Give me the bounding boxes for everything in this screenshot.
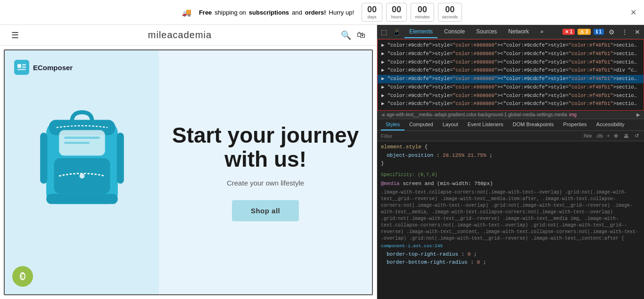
element-style-rule: element.style { object-position : 28.125… bbox=[381, 143, 640, 168]
countdown-minutes: 00 minutes bbox=[411, 3, 434, 22]
sub-tab-layout[interactable]: Layout bbox=[438, 119, 463, 130]
css-source-link[interactable]: component-i…ext.css:245 bbox=[381, 243, 443, 249]
media-query-rule: @media screen and (min-width: 750px) bbox=[381, 180, 640, 188]
search-icon[interactable]: 🔍 bbox=[341, 30, 351, 40]
countdown: 00 days 00 hours 00 minutes 00 seconds bbox=[362, 3, 462, 22]
tree-line[interactable]: ▶ "color:#9cdcfe">style="color:#808080">… bbox=[378, 100, 644, 108]
breadcrumb-bar: ◀ age-with-text__media--adapt.gradient.c… bbox=[377, 111, 644, 119]
backpack-image bbox=[14, 82, 149, 224]
cart-icon[interactable]: 🛍 bbox=[357, 30, 365, 40]
filter-input[interactable] bbox=[381, 133, 580, 139]
tree-line[interactable]: ▶ "color:#9cdcfe">style="color:#808080">… bbox=[378, 58, 644, 67]
banner-text: Free shipping on subscriptions and order… bbox=[199, 9, 354, 16]
devtools-topbar: ⬚ 📱 Elements Console Sources Network » ✕… bbox=[377, 25, 644, 39]
sub-tab-computed[interactable]: Computed bbox=[405, 119, 438, 130]
sub-tab-properties[interactable]: Properties bbox=[558, 119, 591, 130]
devtools-close-button[interactable]: ✕ bbox=[633, 27, 642, 37]
css-property-border-tr: border-top-right-radius : 0 ; bbox=[381, 251, 640, 259]
tree-line[interactable]: ▶ "color:#9cdcfe">style="color:#808080">… bbox=[378, 75, 644, 83]
tree-line[interactable]: ▶ "color:#9cdcfe">style="color:#808080">… bbox=[378, 41, 644, 50]
countdown-seconds: 00 seconds bbox=[438, 3, 462, 22]
html-tree: ▶ "color:#9cdcfe">style="color:#808080">… bbox=[377, 39, 644, 111]
top-banner: 🚚 Free shipping on subscriptions and ord… bbox=[0, 0, 644, 25]
sub-tab-accessibility[interactable]: Accessibility bbox=[592, 119, 629, 130]
sub-tab-styles[interactable]: Styles bbox=[381, 119, 405, 130]
hamburger-icon[interactable]: ☰ bbox=[11, 30, 19, 40]
specificity-info: Specificity: (0,7,0) bbox=[381, 171, 640, 179]
logo-icon bbox=[14, 60, 29, 75]
svg-rect-0 bbox=[17, 64, 21, 68]
error-badge: ✕ 1 bbox=[562, 29, 575, 35]
tree-line[interactable]: ▶ "color:#9cdcfe">style="color:#808080">… bbox=[378, 83, 644, 92]
info-badge: ℹ 1 bbox=[594, 29, 604, 35]
hero-right: Start your journey with us! Create your … bbox=[159, 50, 372, 294]
sub-tabs: StylesComputedLayoutEvent ListenersDOM B… bbox=[377, 119, 644, 131]
filter-options: :hov .cls + bbox=[583, 133, 610, 138]
hero-left: EComposer bbox=[5, 50, 159, 294]
svg-rect-1 bbox=[22, 64, 26, 65]
svg-text:S: S bbox=[20, 275, 23, 279]
hero-section: EComposer bbox=[4, 49, 373, 295]
svg-rect-3 bbox=[17, 69, 26, 70]
tree-line[interactable]: ▶ "color:#9cdcfe">style="color:#808080">… bbox=[378, 92, 644, 100]
store-title: mileacademia bbox=[148, 30, 212, 40]
warning-badge: ⚠ 3 bbox=[578, 29, 590, 35]
svg-rect-13 bbox=[64, 142, 90, 144]
devtools-device-button[interactable]: 📱 bbox=[391, 27, 403, 37]
ecomposer-logo: EComposer bbox=[14, 60, 73, 75]
svg-rect-12 bbox=[64, 137, 100, 138]
toggle-print-button[interactable]: 🖶 bbox=[622, 133, 630, 139]
svg-rect-11 bbox=[46, 194, 118, 204]
logo-text: EComposer bbox=[33, 64, 73, 72]
devtools-badges: ✕ 1 ⚠ 3 ℹ 1 ⚙ ⋮ ✕ bbox=[562, 27, 642, 37]
new-style-rule-button[interactable]: ⊕ bbox=[612, 132, 619, 139]
refresh-styles-button[interactable]: ↺ bbox=[633, 132, 640, 139]
countdown-days: 00 days bbox=[362, 3, 382, 22]
breadcrumb-arrow-right: ▶ bbox=[636, 112, 640, 117]
css-content: element.style { object-position : 28.125… bbox=[377, 141, 644, 299]
long-selector-rule: .image-with-text.collapse-corners:not(.i… bbox=[381, 189, 640, 267]
breadcrumb-arrow: ◀ bbox=[381, 112, 385, 117]
sub-tab-dom-breakpoints[interactable]: DOM Breakpoints bbox=[508, 119, 559, 130]
devtools-more-button[interactable]: ⋮ bbox=[619, 27, 630, 37]
preview-panel: ☰ mileacademia 🔍 🛍 bbox=[0, 25, 377, 299]
tree-line[interactable]: ▶ "color:#9cdcfe">style="color:#808080">… bbox=[378, 50, 644, 58]
tab-more[interactable]: » bbox=[536, 26, 548, 38]
shopify-icon: S bbox=[12, 266, 33, 287]
tree-line[interactable]: ▶ "color:#9cdcfe">style="color:#808080">… bbox=[378, 66, 644, 75]
shop-all-button[interactable]: Shop all bbox=[232, 200, 299, 221]
hero-subtitle: Create your own lifestyle bbox=[227, 179, 304, 187]
tab-network[interactable]: Network bbox=[504, 26, 534, 38]
shipping-icon: 🚚 bbox=[182, 8, 191, 17]
tab-console[interactable]: Console bbox=[439, 26, 470, 38]
devtools-panel: ⬚ 📱 Elements Console Sources Network » ✕… bbox=[377, 25, 644, 299]
filter-bar: :hov .cls + ⊕ 🖶 ↺ bbox=[377, 131, 644, 141]
svg-point-10 bbox=[79, 173, 84, 178]
breadcrumb-text: age-with-text__media--adapt.gradient.col… bbox=[387, 112, 567, 117]
breadcrumb-tag: img bbox=[569, 112, 577, 117]
close-banner-button[interactable]: ✕ bbox=[630, 8, 636, 17]
svg-rect-9 bbox=[116, 133, 124, 184]
devtools-settings-button[interactable]: ⚙ bbox=[607, 27, 617, 37]
sub-tab-event-listeners[interactable]: Event Listeners bbox=[463, 119, 508, 130]
svg-rect-8 bbox=[40, 133, 47, 184]
main-layout: ☰ mileacademia 🔍 🛍 bbox=[0, 25, 644, 299]
countdown-hours: 00 hours bbox=[386, 3, 407, 22]
tab-elements[interactable]: Elements bbox=[405, 26, 438, 38]
devtools-inspect-button[interactable]: ⬚ bbox=[379, 27, 389, 37]
hero-title: Start your journey with us! bbox=[170, 123, 361, 171]
css-property-border-br: border-bottom-right-radius : 0 ; bbox=[381, 259, 640, 267]
svg-rect-2 bbox=[22, 66, 26, 68]
tab-sources[interactable]: Sources bbox=[471, 26, 502, 38]
store-header: ☰ mileacademia 🔍 🛍 bbox=[0, 25, 377, 46]
css-property-object-position: object-position : 28.125% 21.75% ; bbox=[381, 152, 640, 160]
header-icons: 🔍 🛍 bbox=[341, 30, 365, 40]
